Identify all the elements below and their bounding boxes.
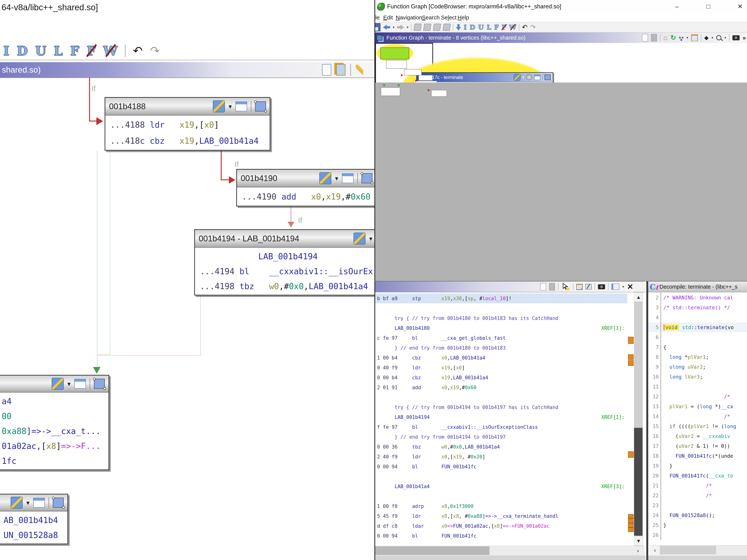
chevron-down-icon[interactable]: ▾ [522,75,524,79]
background-color-icon[interactable] [354,233,365,244]
background-color-icon[interactable] [11,497,23,509]
menu-item-select[interactable]: Select [441,15,457,21]
decompile-line[interactable]: 2/* WARNING: Unknown cal [648,293,747,302]
listing-row[interactable]: 0 00 94 bl FUN_001b41fc [375,462,627,472]
group-vertices-icon[interactable] [362,173,372,183]
paste-icon[interactable] [651,34,657,42]
clear-with-options-icon[interactable] [423,24,431,31]
code-line[interactable]: 00 [2,409,108,424]
listing-row[interactable]: 0 40 f9 ldr x19,[x0] [375,363,627,373]
scrollbar-thumb[interactable] [635,302,643,428]
back-icon[interactable] [383,25,390,30]
relayout-dropdown-icon[interactable]: ▾ [712,36,713,40]
decompile-line[interactable]: 26 [648,530,747,540]
scroll-left-button[interactable]: ‹ [650,545,660,555]
fullscreen-icon[interactable] [342,174,354,183]
chevron-down-icon[interactable]: ▾ [229,103,232,110]
relayout-icon[interactable]: ◆ [704,35,709,41]
decompile-line[interactable]: 4 [648,313,747,322]
code-line[interactable]: ...4188 ldr x19,[x0] [110,117,270,133]
layout-icon[interactable] [691,34,698,41]
letter-button-d[interactable]: D [470,24,475,30]
snapshot-icon[interactable] [598,284,605,289]
listing-row[interactable]: try { // try from 001b4180 to 001b4183 h… [375,313,627,323]
code-line[interactable]: 01a02ac,[x8]=>->F... [2,438,108,453]
listing-row[interactable]: 0 00 36 tbz w0,#0x0,LAB_001b41a4 [375,442,627,452]
undo-icon[interactable]: ↶ [133,45,143,57]
bookmark-marker[interactable] [628,528,634,532]
bookmark-marker[interactable] [628,337,634,344]
letter-button-f[interactable]: F [70,45,79,57]
listing-row[interactable]: 0 00 b4 cbz x19,LAB_001b41a4 [375,373,627,382]
copy-icon[interactable] [540,283,546,290]
decompile-line[interactable]: 19 } [648,461,747,471]
listing-row[interactable] [375,303,627,313]
decompile-line[interactable]: 8 long *plVar1; [648,352,747,362]
letter-button-u[interactable]: U [478,24,484,30]
decompile-line[interactable]: 3/* std::terminate() */ [648,302,747,313]
chevron-down-icon[interactable]: ▾ [369,235,372,242]
graph-node-41b4-partial[interactable]: ▾ AB_001b41b4UN_001528a8 [0,494,68,544]
listing-row[interactable]: 2 01 91 add x0,x19,#0x60 [375,382,627,392]
background-color-icon[interactable] [319,172,331,184]
maximize-button[interactable]: □ [704,2,713,11]
decompile-line[interactable]: 21 /* [648,481,747,490]
bookmark-marker[interactable] [628,451,634,458]
background-color-icon[interactable] [52,378,64,390]
fullscreen-icon[interactable] [235,102,247,111]
save-icon[interactable] [375,23,380,31]
refresh-graph-icon[interactable]: ↻ [670,34,676,41]
menu-item-ile[interactable]: ile [375,15,380,21]
listing-row[interactable]: 1 00 f0 adrp x8,0x1f3000 [375,501,627,511]
listing-horizontal-scrollbar[interactable]: › [375,546,644,556]
listing-dropdown-icon[interactable]: ▾ [622,285,624,289]
listing-row[interactable]: 0 00 94 bl FUN_001b41fc [375,531,627,541]
menu-item-edit[interactable]: Edit [383,15,393,21]
graph-node-4190-zoomed[interactable]: 001b4190 ▾ ...4190 add x0,x19,#0x60 [236,169,375,207]
letter-button-f-disabled[interactable]: F [501,24,506,30]
listing-row[interactable]: b bf a9 stp x19,x30,[sp, #local_10]! [375,293,627,303]
letter-button-f[interactable]: F [494,24,499,30]
decompile-line[interactable]: 20 FUN_001b41fc(__cxa_te [648,471,747,481]
letter-button-d[interactable]: D [17,45,28,57]
scrollbar-thumb[interactable] [660,546,716,554]
code-line[interactable]: ...4198 tbz w0,#0x0,LAB_001b41a4 [200,279,375,294]
code-line[interactable]: ...418c cbz x19,LAB_001b41a4 [110,133,270,149]
listing-row[interactable]: LAB_001b4180XREF[1]: [375,323,627,333]
copy-icon[interactable] [642,34,648,42]
disassemble-icon[interactable] [433,24,441,31]
listing-row[interactable]: LAB_001b41a4XREF[3]: [375,481,627,491]
chevron-down-icon[interactable]: ▾ [68,380,71,388]
close-button[interactable]: ✕ [736,2,745,11]
paste-icon[interactable] [549,283,555,290]
node-header[interactable]: ▾ [0,495,68,511]
home-icon[interactable]: ⌂ [663,34,667,41]
listing-row[interactable] [375,491,627,501]
letter-button-f-disabled[interactable]: F [87,45,96,57]
scrollbar-thumb[interactable] [375,546,489,555]
menu-item-search[interactable]: Search [422,15,440,21]
listing-row[interactable] [375,392,627,402]
code-line[interactable]: LAB_001b4194 [200,249,375,264]
menu-item-navigation[interactable]: Navigation [396,15,422,21]
fullscreen-icon[interactable] [534,75,540,80]
decompile-line[interactable]: 15 if ((((plVar1 != (long [648,421,747,431]
xrefs-icon[interactable] [526,75,532,80]
group-vertices-icon[interactable] [53,498,64,508]
decompile-line[interactable]: 7{ [648,342,747,352]
bookmark-marker[interactable] [628,360,634,366]
chevron-down-icon[interactable]: ▾ [335,175,338,182]
scroll-right-button[interactable]: › [633,546,643,555]
graph-node-41a4-partial[interactable]: ▾ a4000xa88]=>->__cxa_t...01a02ac,[x8]=>… [0,375,109,470]
bookmark-marker[interactable] [628,514,634,518]
bookmark-marker[interactable] [628,354,634,360]
listing-display-icon[interactable] [612,284,619,290]
redo-icon[interactable]: ↷ [530,24,536,31]
minimize-button[interactable]: – [672,2,681,11]
bookmark-marker[interactable] [628,523,634,528]
decompile-line[interactable]: 25} [648,520,747,530]
letter-button-l[interactable]: L [54,45,63,57]
decompile-line[interactable]: 10 long lVar3; [648,372,747,382]
letter-button-i[interactable]: I [3,45,9,57]
decompile-line[interactable]: 12 /* [648,392,747,402]
